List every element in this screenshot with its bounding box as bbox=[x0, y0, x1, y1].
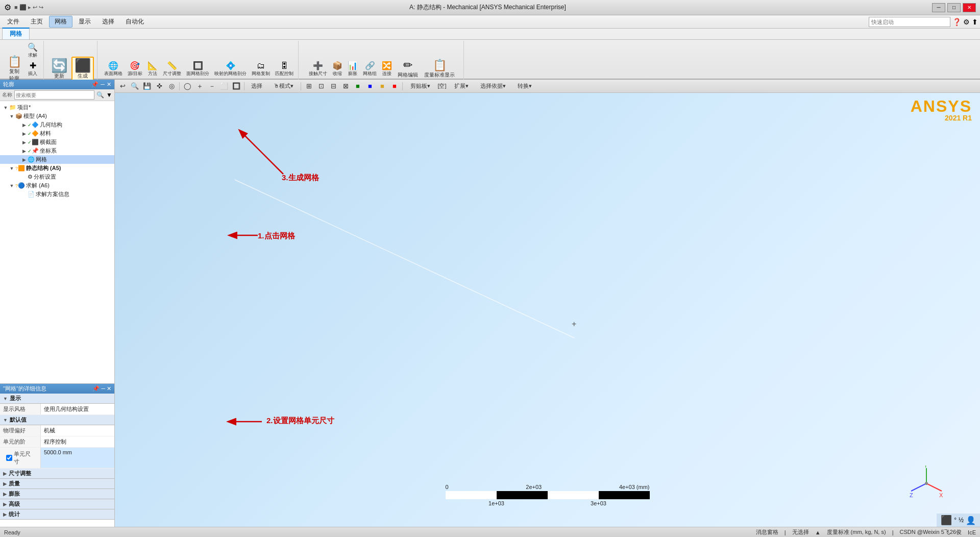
ribbon-btn-method[interactable]: 📐 方法 bbox=[146, 60, 159, 78]
ribbon-btn-face[interactable]: 🔲 面网格剖分 bbox=[185, 60, 211, 78]
close-button[interactable]: ✕ bbox=[963, 3, 976, 12]
vp-tool-b2[interactable]: ⊡ bbox=[315, 81, 327, 91]
vp-tool-circle[interactable]: ◯ bbox=[182, 81, 193, 91]
vp-tool-space[interactable]: [空] bbox=[436, 81, 448, 91]
tree-item-analysis[interactable]: ⚙ 分析设置 bbox=[0, 173, 114, 181]
vp-tool-fit[interactable]: ⬜ bbox=[218, 81, 230, 91]
ribbon-btn-copy[interactable]: 📋 复制轮廓 bbox=[5, 55, 23, 83]
ribbon-btn-solve[interactable]: 🔍 求解 bbox=[26, 42, 40, 59]
ribbon-btn-mapped[interactable]: 💠 映射的网格剖分 bbox=[213, 60, 248, 78]
ribbon-btn-match[interactable]: 🎛 匹配控制 bbox=[274, 61, 295, 78]
vp-tool-select-box[interactable]: 🔲 bbox=[231, 81, 242, 91]
vp-tool-b1[interactable]: ⊞ bbox=[303, 81, 314, 91]
outline-pin-icon[interactable]: 📌 bbox=[91, 81, 99, 88]
menu-automate[interactable]: 自动化 bbox=[120, 16, 149, 27]
section-defaults[interactable]: ▼ 默认值 bbox=[0, 415, 114, 425]
section-advanced[interactable]: ▶ 高级 bbox=[0, 499, 114, 509]
vp-tool-dot[interactable]: ◎ bbox=[166, 81, 177, 91]
vp-tool-plus[interactable]: ＋ bbox=[194, 81, 205, 91]
vp-cube-icon[interactable]: ⬛ bbox=[941, 515, 952, 526]
vp-tool-select-by[interactable]: 选择依据▾ bbox=[475, 81, 511, 91]
section-inflation[interactable]: ▶ 膨胀 bbox=[0, 489, 114, 499]
element-size-checkbox[interactable] bbox=[6, 455, 12, 461]
menu-display[interactable]: 显示 bbox=[74, 16, 96, 27]
viewport[interactable]: ↩ 🔍 💾 ✜ ◎ ◯ ＋ － ⬜ 🔲 选择 🖱模式▾ ⊞ ⊡ ⊟ ⊠ ■ ■ … bbox=[115, 80, 980, 527]
menu-home[interactable]: 主页 bbox=[26, 16, 48, 27]
ribbon-btn-meshgroup[interactable]: 🔗 网格组 bbox=[361, 60, 378, 78]
ribbon-btn-insert[interactable]: ✚ 插入 bbox=[26, 60, 40, 78]
ribbon-btn-surface[interactable]: 🌐 表面网格 bbox=[103, 60, 124, 78]
match-icon: 🎛 bbox=[280, 61, 288, 70]
ribbon-btn-update[interactable]: 🔄 更新 bbox=[49, 58, 69, 81]
outline-filter-icon[interactable]: ▼ bbox=[106, 91, 112, 99]
menu-mesh[interactable]: 网格 bbox=[49, 16, 72, 28]
quick-launch-input[interactable] bbox=[869, 17, 950, 27]
vp-tool-yellow[interactable]: ■ bbox=[377, 81, 388, 91]
vp-degree-icon[interactable]: ° bbox=[954, 517, 957, 524]
outline-search-icon[interactable]: 🔍 bbox=[96, 91, 104, 99]
vp-person-icon[interactable]: 👤 bbox=[966, 516, 976, 525]
tab-mesh[interactable]: 网格 bbox=[2, 28, 30, 39]
vp-half-icon[interactable]: ½ bbox=[959, 517, 964, 524]
ribbon-btn-source[interactable]: 🎯 源/目标 bbox=[126, 60, 144, 78]
tree-item-material[interactable]: ▶ ✓ 🔶 材料 bbox=[0, 129, 114, 138]
section-stats[interactable]: ▶ 统计 bbox=[0, 509, 114, 520]
section-sizing[interactable]: ▶ 尺寸调整 bbox=[0, 469, 114, 479]
tree-item-geometry[interactable]: ▶ ✓ 🔷 几何结构 bbox=[0, 120, 114, 129]
ansys-version-text: 2021 R1 bbox=[911, 114, 972, 121]
tree-item-project[interactable]: ▼ 📁 项目* bbox=[0, 103, 114, 112]
vp-tool-mode[interactable]: 🖱模式▾ bbox=[268, 81, 299, 91]
arrow-click-mesh bbox=[227, 228, 288, 248]
svg-line-2 bbox=[240, 131, 283, 174]
tree-item-model[interactable]: ▼ 📦 模型 (A4) bbox=[0, 112, 114, 120]
value-element-order[interactable]: 程序控制 bbox=[41, 436, 114, 447]
tree-item-coordinates[interactable]: ▶ ✓ 📌 坐标系 bbox=[0, 147, 114, 155]
ribbon-btn-contact-size[interactable]: ➕ 接触尺寸 bbox=[307, 60, 329, 78]
tree-item-solve[interactable]: ▼ ? 🔵 求解 (A6) bbox=[0, 181, 114, 190]
ribbon-btn-shrink[interactable]: 📦 收缩 bbox=[331, 60, 344, 78]
outline-search-input[interactable] bbox=[14, 90, 94, 100]
status-messages[interactable]: 消息窗格 bbox=[756, 528, 778, 536]
tree-item-crosssection[interactable]: ▶ ✓ ⬛ 横截面 bbox=[0, 138, 114, 147]
section-quality[interactable]: ▶ 质量 bbox=[0, 479, 114, 489]
ribbon-btn-inflation[interactable]: 📊 膨胀 bbox=[346, 60, 359, 78]
value-element-size[interactable]: 5000.0 mm bbox=[41, 448, 114, 468]
vp-tool-cursor[interactable]: ✜ bbox=[154, 81, 165, 91]
tree-item-mesh[interactable]: ▶ 🌐 网格 bbox=[0, 155, 114, 164]
value-physics[interactable]: 机械 bbox=[41, 425, 114, 436]
section-display[interactable]: ▼ 显示 bbox=[0, 394, 114, 404]
minimize-button[interactable]: ─ bbox=[932, 3, 945, 12]
ribbon-btn-generate[interactable]: ⬛ 生成 bbox=[71, 57, 94, 82]
vp-tool-save[interactable]: 💾 bbox=[141, 81, 153, 91]
vp-tool-expand[interactable]: 扩展▾ bbox=[449, 81, 474, 91]
outline-close-icon[interactable]: ✕ bbox=[107, 81, 111, 88]
vp-tool-clipboard[interactable]: 剪贴板▾ bbox=[405, 81, 435, 91]
ribbon-btn-mesh-edit[interactable]: ✏ 网格编辑 bbox=[396, 59, 420, 80]
vp-tool-blue[interactable]: ■ bbox=[364, 81, 376, 91]
details-close-icon[interactable]: ✕ bbox=[107, 385, 111, 392]
menu-select[interactable]: 选择 bbox=[97, 16, 119, 27]
vp-tool-b3[interactable]: ⊟ bbox=[328, 81, 339, 91]
menu-file[interactable]: 文件 bbox=[2, 16, 24, 27]
details-panel: "网格"的详细信息 📌 ─ ✕ ▼ 显示 显示风格 使用几何结构设置 bbox=[0, 384, 114, 527]
ribbon-btn-copy-mesh[interactable]: 🗂 网格复制 bbox=[250, 61, 272, 78]
value-display-style[interactable]: 使用几何结构设置 bbox=[41, 404, 114, 414]
vp-tool-select-label[interactable]: 选择 bbox=[247, 81, 267, 91]
vp-tool-red[interactable]: ■ bbox=[389, 81, 400, 91]
vp-tool-zoom[interactable]: 🔍 bbox=[129, 81, 140, 91]
vp-tool-b4[interactable]: ⊠ bbox=[340, 81, 351, 91]
tree-item-static[interactable]: ▼ ? 🟧 静态结构 (A5) bbox=[0, 164, 114, 173]
details-min-icon[interactable]: ─ bbox=[101, 385, 105, 392]
tree-item-solution-info[interactable]: 📄 求解方案信息 bbox=[0, 190, 114, 199]
vp-tool-transform[interactable]: 转换▾ bbox=[512, 81, 537, 91]
outline-min-icon[interactable]: ─ bbox=[101, 81, 105, 88]
maximize-button[interactable]: □ bbox=[947, 3, 961, 12]
vp-tool-green[interactable]: ■ bbox=[352, 81, 363, 91]
details-pin-icon[interactable]: 📌 bbox=[92, 385, 100, 392]
vp-tool-undo[interactable]: ↩ bbox=[117, 81, 128, 91]
ribbon-btn-connect[interactable]: 🔀 连接 bbox=[380, 60, 394, 78]
ribbon-btn-metric-display[interactable]: 📋 度量标准显示 bbox=[422, 59, 457, 80]
ribbon-btn-sizing[interactable]: 📏 尺寸调整 bbox=[161, 60, 183, 78]
vp-tool-minus[interactable]: － bbox=[206, 81, 217, 91]
mapped-icon: 💠 bbox=[226, 61, 236, 70]
